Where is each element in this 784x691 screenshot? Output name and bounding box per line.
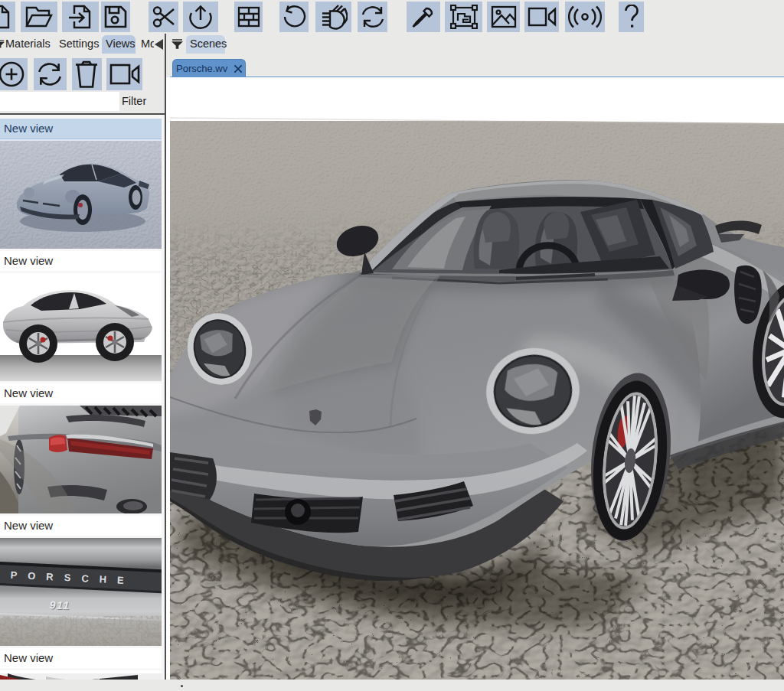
svg-text:911: 911 — [49, 598, 70, 611]
